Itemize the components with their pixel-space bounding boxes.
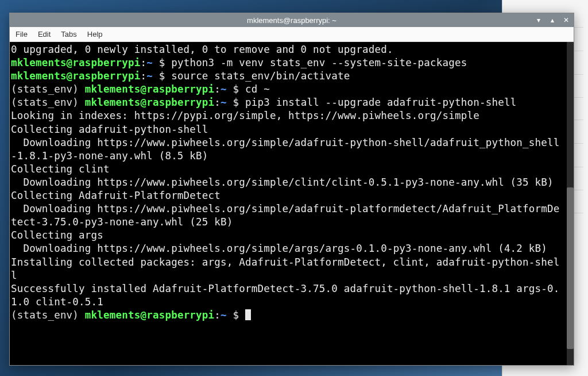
output-line: Collecting Adafruit-PlatformDetect: [11, 189, 574, 202]
maximize-button[interactable]: ▴: [548, 16, 556, 24]
prompt-line-active: (stats_env) mklements@raspberrypi:~ $: [11, 309, 574, 322]
output-line: Downloading https://www.piwheels.org/sim…: [11, 242, 574, 255]
prompt-line: mklements@raspberrypi:~ $ source stats_e…: [11, 70, 574, 83]
output-line: Downloading https://www.piwheels.org/sim…: [11, 202, 574, 229]
menu-file[interactable]: File: [16, 30, 28, 39]
output-line: Collecting clint: [11, 163, 574, 176]
prompt-line: (stats_env) mklements@raspberrypi:~ $ cd…: [11, 83, 574, 96]
terminal-cursor: [245, 309, 251, 320]
output-line: Installing collected packages: args, Ada…: [11, 256, 574, 282]
scrollbar-thumb[interactable]: [567, 187, 574, 349]
close-button[interactable]: ✕: [562, 16, 570, 24]
output-line: Collecting adafruit-python-shell: [11, 123, 574, 136]
output-line: Looking in indexes: https://pypi.org/sim…: [11, 109, 574, 122]
menu-help[interactable]: Help: [87, 30, 103, 39]
window-titlebar[interactable]: mklements@raspberrypi: ~ ▾ ▴ ✕: [10, 13, 574, 27]
output-line: 0 upgraded, 0 newly installed, 0 to remo…: [11, 43, 574, 56]
terminal-scrollbar[interactable]: [567, 42, 574, 365]
menu-edit[interactable]: Edit: [38, 30, 51, 39]
terminal-window: mklements@raspberrypi: ~ ▾ ▴ ✕ File Edit…: [9, 13, 574, 366]
prompt-line: mklements@raspberrypi:~ $ python3 -m ven…: [11, 56, 574, 70]
menu-tabs[interactable]: Tabs: [61, 30, 76, 39]
menubar: File Edit Tabs Help: [10, 27, 574, 42]
output-line: Collecting args: [11, 229, 574, 242]
output-line: Downloading https://www.piwheels.org/sim…: [11, 136, 574, 163]
minimize-button[interactable]: ▾: [535, 16, 543, 24]
terminal-body[interactable]: 0 upgraded, 0 newly installed, 0 to remo…: [10, 42, 574, 365]
output-line: Downloading https://www.piwheels.org/sim…: [11, 176, 574, 189]
window-title: mklements@raspberrypi: ~: [247, 16, 336, 25]
window-controls: ▾ ▴ ✕: [535, 13, 570, 27]
prompt-line: (stats_env) mklements@raspberrypi:~ $ pi…: [11, 96, 574, 109]
output-line: Successfully installed Adafruit-Platform…: [11, 282, 574, 309]
